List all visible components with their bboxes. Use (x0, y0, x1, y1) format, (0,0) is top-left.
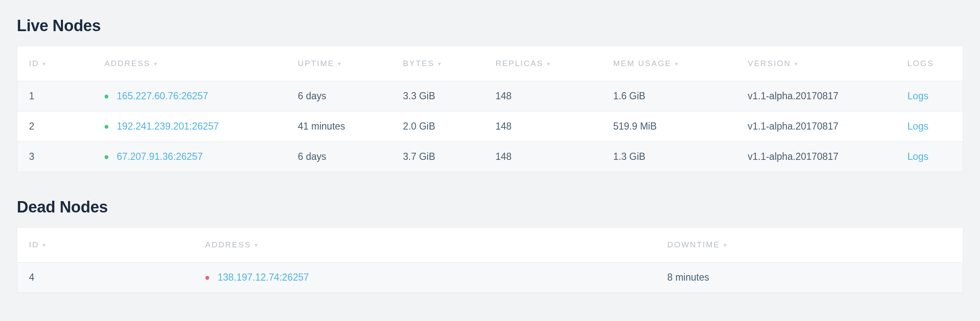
col-header-id[interactable]: ID▼ (17, 228, 194, 263)
cell-version: v1.1-alpha.20170817 (736, 81, 896, 111)
cell-downtime: 8 minutes (656, 263, 963, 293)
cell-address: 138.197.12.74:26257 (194, 263, 656, 293)
cell-logs: Logs (896, 142, 963, 172)
dead-nodes-table: ID▼ ADDRESS▼ DOWNTIME▼ 4 138.197.12.74:2… (17, 227, 963, 293)
cell-replicas: 148 (483, 142, 601, 172)
cell-logs: Logs (896, 81, 963, 111)
cell-logs: Logs (896, 111, 963, 142)
sort-arrow-icon: ▼ (254, 242, 260, 248)
table-row: 4 138.197.12.74:26257 8 minutes (17, 263, 963, 293)
sort-arrow-icon: ▼ (153, 61, 159, 67)
col-header-downtime[interactable]: DOWNTIME▼ (656, 228, 963, 263)
cell-version: v1.1-alpha.20170817 (736, 111, 896, 142)
status-dot-icon (105, 155, 108, 159)
table-row: 3 67.207.91.36:26257 6 days 3.7 GiB 148 … (17, 142, 963, 172)
cell-uptime: 41 minutes (286, 111, 391, 142)
sort-arrow-icon: ▼ (723, 242, 728, 248)
cell-mem: 1.6 GiB (602, 81, 736, 111)
cell-replicas: 148 (483, 81, 601, 111)
node-address-link[interactable]: 165.227.60.76:26257 (117, 90, 208, 101)
node-address-link[interactable]: 138.197.12.74:26257 (218, 272, 309, 283)
sort-arrow-icon: ▼ (42, 61, 47, 67)
table-row: 2 192.241.239.201:26257 41 minutes 2.0 G… (17, 111, 963, 142)
logs-link[interactable]: Logs (907, 151, 928, 162)
sort-arrow-icon: ▼ (42, 242, 47, 248)
status-dot-icon (205, 276, 209, 280)
status-dot-icon (105, 95, 108, 98)
logs-link[interactable]: Logs (907, 90, 928, 101)
cell-uptime: 6 days (286, 81, 391, 111)
col-header-id[interactable]: ID▼ (17, 46, 93, 81)
cell-bytes: 3.7 GiB (391, 142, 483, 172)
dead-nodes-title: Dead Nodes (17, 198, 963, 216)
sort-arrow-icon: ▼ (546, 61, 552, 67)
cell-id: 3 (17, 142, 93, 172)
cell-mem: 519.9 MiB (602, 111, 736, 142)
live-nodes-table: ID▼ ADDRESS▼ UPTIME▼ BYTES▼ REPLICAS▼ ME… (17, 46, 963, 172)
cell-replicas: 148 (483, 111, 601, 142)
col-header-mem[interactable]: MEM USAGE▼ (602, 46, 736, 81)
col-header-address[interactable]: ADDRESS▼ (194, 228, 656, 263)
status-dot-icon (105, 125, 108, 129)
node-address-link[interactable]: 192.241.239.201:26257 (117, 121, 219, 132)
live-nodes-title: Live Nodes (17, 17, 963, 35)
cell-address: 192.241.239.201:26257 (93, 111, 286, 142)
cell-address: 165.227.60.76:26257 (93, 81, 286, 111)
col-header-address[interactable]: ADDRESS▼ (93, 46, 286, 81)
cell-id: 1 (17, 81, 93, 111)
cell-uptime: 6 days (286, 142, 391, 172)
sort-arrow-icon: ▼ (793, 61, 799, 67)
cell-id: 2 (17, 111, 93, 142)
logs-link[interactable]: Logs (907, 121, 928, 132)
col-header-uptime[interactable]: UPTIME▼ (286, 46, 391, 81)
col-header-logs: LOGS (896, 46, 963, 81)
cell-version: v1.1-alpha.20170817 (736, 142, 896, 172)
col-header-replicas[interactable]: REPLICAS▼ (483, 46, 601, 81)
cell-mem: 1.3 GiB (602, 142, 736, 172)
sort-arrow-icon: ▼ (437, 61, 443, 67)
cell-bytes: 3.3 GiB (391, 81, 483, 111)
cell-address: 67.207.91.36:26257 (93, 142, 286, 172)
cell-bytes: 2.0 GiB (391, 111, 483, 142)
col-header-bytes[interactable]: BYTES▼ (391, 46, 483, 81)
table-row: 1 165.227.60.76:26257 6 days 3.3 GiB 148… (17, 81, 963, 111)
sort-arrow-icon: ▼ (337, 61, 343, 67)
col-header-version[interactable]: VERSION▼ (736, 46, 896, 81)
node-address-link[interactable]: 67.207.91.36:26257 (117, 151, 203, 162)
cell-id: 4 (17, 263, 194, 293)
sort-arrow-icon: ▼ (674, 61, 680, 67)
